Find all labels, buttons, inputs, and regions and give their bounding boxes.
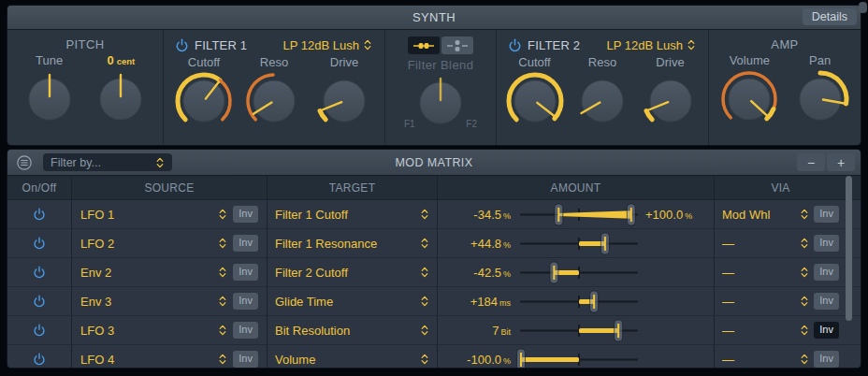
amount-value[interactable]: +44.8% [443, 237, 511, 251]
knob-drive[interactable]: Drive [641, 54, 701, 130]
knob-cutoff[interactable]: Cutoff [174, 54, 234, 130]
action-menu-button[interactable] [16, 154, 33, 171]
synth-body: PITCH Tune0cent FILTER 1 LP 12dB Lush [7, 30, 861, 145]
amount-value[interactable]: +184ms [443, 295, 511, 309]
amount-slider[interactable] [518, 345, 640, 368]
row-power-cell[interactable] [7, 345, 72, 368]
pitch-knobs: Tune0cent [7, 52, 163, 128]
chevron-updown-icon[interactable] [800, 207, 809, 222]
knob-reso[interactable]: Reso [572, 54, 632, 130]
window-scrollbar-thumb[interactable] [859, 2, 867, 13]
knob-reso[interactable]: Reso [244, 54, 304, 130]
chevron-updown-icon[interactable] [420, 323, 429, 338]
chevron-updown-icon[interactable] [420, 265, 429, 280]
chevron-updown-icon[interactable] [218, 207, 227, 222]
via-amount[interactable]: +100.0% [645, 208, 692, 222]
via-inv-button[interactable]: Inv [814, 235, 839, 251]
amp-knobs: VolumePan [709, 52, 861, 128]
chevron-updown-icon[interactable] [420, 236, 429, 251]
via-select[interactable]: — [722, 237, 795, 251]
add-row-button[interactable]: + [827, 153, 855, 171]
filter2-mode-select[interactable]: LP 12dB Lush [607, 37, 696, 52]
row-power-cell[interactable] [7, 200, 72, 228]
row-via-cell: — Inv [715, 258, 846, 286]
row-power-cell[interactable] [7, 287, 72, 315]
source-select[interactable]: LFO 4 [80, 353, 212, 367]
amount-slider[interactable] [518, 316, 640, 344]
source-inv-button[interactable]: Inv [233, 351, 258, 367]
source-select[interactable]: Env 3 [80, 295, 212, 309]
mod-matrix-scrollbar[interactable] [846, 176, 852, 321]
source-inv-button[interactable]: Inv [233, 235, 258, 251]
filter-by-select[interactable]: Filter by... [43, 153, 172, 171]
row-power-cell[interactable] [7, 229, 72, 257]
serial-routing-button[interactable] [408, 36, 440, 54]
filter-blend-knob[interactable]: F1 F2 [411, 72, 470, 136]
via-inv-button[interactable]: Inv [814, 351, 839, 367]
amount-slider[interactable] [518, 229, 640, 257]
source-inv-button[interactable]: Inv [233, 206, 258, 222]
chevron-updown-icon[interactable] [420, 207, 429, 222]
chevron-updown-icon[interactable] [218, 236, 227, 251]
via-inv-button[interactable]: Inv [814, 264, 839, 280]
target-select[interactable]: Glide Time [275, 295, 416, 309]
knob-pan[interactable]: Pan [790, 52, 850, 128]
column-header-onoff: On/Off [7, 176, 72, 199]
knob-cutoff[interactable]: Cutoff [505, 54, 565, 130]
details-button[interactable]: Details [803, 8, 857, 25]
chevron-updown-icon [155, 155, 165, 170]
knob-0[interactable]: 0cent [91, 52, 151, 128]
via-select[interactable]: — [722, 266, 795, 280]
via-inv-button[interactable]: Inv [814, 293, 839, 309]
via-inv-button[interactable]: Inv [814, 206, 839, 222]
target-select[interactable]: Filter 2 Cutoff [275, 266, 416, 280]
via-select[interactable]: — [722, 324, 795, 338]
amount-slider[interactable] [518, 287, 640, 315]
amount-value[interactable]: -100.0% [443, 353, 511, 367]
chevron-updown-icon[interactable] [420, 294, 429, 309]
chevron-updown-icon[interactable] [218, 352, 227, 367]
filter1-power-icon[interactable] [175, 38, 189, 52]
source-inv-button[interactable]: Inv [233, 293, 258, 309]
chevron-updown-icon[interactable] [218, 265, 227, 280]
chevron-updown-icon[interactable] [218, 323, 227, 338]
target-select[interactable]: Filter 1 Resonance [275, 237, 416, 251]
row-amount-cell: -42.5% [438, 258, 715, 286]
chevron-updown-icon[interactable] [800, 352, 809, 367]
amount-value[interactable]: 7Bit [443, 324, 511, 338]
via-select[interactable]: Mod Whl [722, 208, 795, 222]
filter1-mode-select[interactable]: LP 12dB Lush [283, 37, 372, 52]
amount-slider[interactable] [518, 200, 640, 228]
target-select[interactable]: Bit Resolution [275, 324, 416, 338]
chevron-updown-icon[interactable] [800, 323, 809, 338]
filter2-power-icon[interactable] [508, 38, 522, 52]
parallel-routing-button[interactable] [441, 36, 473, 54]
amount-value[interactable]: -42.5% [443, 266, 511, 280]
target-select[interactable]: Filter 1 Cutoff [275, 208, 416, 222]
knob-volume[interactable]: Volume [719, 52, 779, 128]
knob-tune[interactable]: Tune [20, 52, 80, 128]
amount-value[interactable]: -34.5% [443, 208, 511, 222]
amount-slider[interactable] [518, 258, 640, 286]
source-inv-button[interactable]: Inv [233, 264, 258, 280]
chevron-updown-icon[interactable] [800, 294, 809, 309]
chevron-updown-icon[interactable] [800, 236, 809, 251]
source-select[interactable]: Env 2 [80, 266, 212, 280]
via-inv-button[interactable]: Inv [814, 322, 839, 338]
remove-row-button[interactable]: − [797, 153, 825, 171]
chevron-updown-icon[interactable] [218, 294, 227, 309]
source-inv-button[interactable]: Inv [233, 322, 258, 338]
row-power-cell[interactable] [7, 316, 72, 344]
row-target-cell: Glide Time [268, 287, 438, 315]
pitch-section: PITCH Tune0cent [7, 30, 163, 145]
via-select[interactable]: — [722, 295, 795, 309]
chevron-updown-icon[interactable] [420, 352, 429, 367]
row-power-cell[interactable] [7, 258, 72, 286]
source-select[interactable]: LFO 3 [80, 324, 212, 338]
knob-drive[interactable]: Drive [314, 54, 374, 130]
target-select[interactable]: Volume [275, 353, 416, 367]
chevron-updown-icon[interactable] [800, 265, 809, 280]
source-select[interactable]: LFO 2 [80, 237, 212, 251]
source-select[interactable]: LFO 1 [80, 208, 212, 222]
via-select[interactable]: — [722, 353, 795, 367]
